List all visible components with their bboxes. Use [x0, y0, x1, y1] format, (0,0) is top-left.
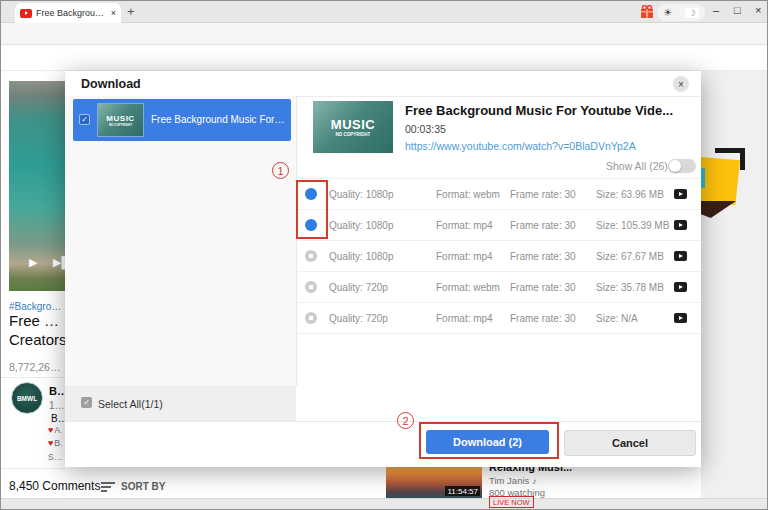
description-line: ♥ Be [48, 438, 62, 448]
radio-button[interactable] [305, 312, 317, 324]
gift-icon[interactable] [640, 5, 654, 19]
tab-close-icon[interactable]: × [111, 9, 116, 18]
theme-toggle[interactable]: ☀ ☽ [657, 4, 705, 21]
browser-toolbar: ← → ↻ ⌂ https://www.youtube.com/watch?v=… [1, 23, 768, 45]
video-list-item-selected[interactable]: ✓ MUSIC NO COPYRIGHT Free Background Mus… [73, 99, 291, 141]
view-count: 8,772,267 views [9, 361, 65, 373]
video-info-thumbnail: MUSIC NO COPYRIGHT [313, 101, 393, 153]
browser-tab[interactable]: Free Background Mus × [15, 3, 121, 23]
divider [1, 468, 65, 469]
quality-row[interactable]: Quality: 1080pFormat: webm Frame rate: 3… [296, 179, 701, 210]
quality-row[interactable]: Quality: 720pFormat: mp4 Frame rate: 30S… [296, 303, 701, 334]
video-title-line2: Creators [9, 331, 67, 348]
select-all-checkbox[interactable]: ✓ [81, 397, 92, 408]
dark-mode-icon[interactable]: ☽ [685, 8, 699, 18]
video-info-title: Free Background Music For Youtube Vide..… [405, 103, 690, 118]
cancel-button[interactable]: Cancel [564, 430, 696, 456]
live-now-badge: LIVE NOW [489, 496, 534, 508]
heart-icon: ♥ [48, 425, 53, 435]
video-duration-badge: 11:54:57 [445, 486, 480, 496]
play-icon[interactable]: ▶ [29, 256, 37, 269]
window-close-icon[interactable]: × [755, 5, 761, 16]
show-all-toggle[interactable] [668, 159, 696, 173]
video-format-icon [674, 282, 687, 292]
channel-avatar[interactable]: BMWL [11, 382, 43, 414]
annotation-rect-radios [296, 180, 328, 239]
channel-name[interactable]: Back [49, 385, 65, 397]
pencil-graphic-stripe [701, 168, 705, 188]
item-title: Free Background Music For Youtu... [151, 114, 285, 125]
annotation-step-1: 1 [272, 162, 289, 179]
item-thumbnail: MUSIC NO COPYRIGHT [97, 103, 144, 137]
radio-button[interactable] [305, 250, 317, 262]
quality-options-list: Quality: 1080pFormat: webm Frame rate: 3… [296, 178, 701, 330]
description-line: ♥ Ar [48, 425, 62, 435]
tab-title: Free Background Mus [36, 8, 107, 18]
music-note-icon: ♪ [532, 476, 537, 486]
dialog-footer: Download (2) Cancel [65, 421, 701, 467]
pencil-graphic [701, 157, 740, 205]
annotation-rect-download [419, 422, 559, 459]
video-format-icon [674, 220, 687, 230]
video-hashtag[interactable]: #BackgroundMus [9, 301, 65, 312]
video-format-icon [674, 313, 687, 323]
page-right-background [701, 71, 768, 498]
youtube-favicon [20, 9, 32, 18]
download-dialog: Download × ✓ MUSIC NO COPYRIGHT Free Bac… [65, 71, 701, 466]
divider [1, 377, 65, 378]
title-bar: Free Background Mus × + ☀ ☽ – □ × [1, 1, 768, 23]
youtube-header: YouTube HK ⋮ S [1, 45, 768, 71]
video-info-url[interactable]: https://www.youtube.com/watch?v=0BlaDVnY… [405, 140, 636, 152]
dialog-header: Download × [65, 71, 701, 97]
sort-by-button[interactable]: SORT BY [121, 481, 165, 492]
select-all-row: ✓ Select All(1/1) [65, 386, 296, 421]
video-format-icon [674, 251, 687, 261]
new-tab-icon[interactable]: + [127, 5, 135, 18]
suggested-video-channel: Tim Janis ♪ [489, 475, 537, 486]
dialog-close-icon[interactable]: × [673, 76, 689, 92]
video-info-duration: 00:03:35 [405, 123, 446, 135]
browser-window: Free Background Mus × + ☀ ☽ – □ × ← → ↻ … [0, 0, 768, 510]
quality-row[interactable]: Quality: 1080pFormat: mp4 Frame rate: 30… [296, 210, 701, 241]
video-title-line1: Free Backgro [9, 312, 65, 329]
subscriber-count: 103K [49, 400, 65, 411]
quality-row[interactable]: Quality: 1080pFormat: mp4 Frame rate: 30… [296, 241, 701, 272]
light-mode-icon[interactable]: ☀ [663, 7, 672, 18]
page-bottom-strip [1, 498, 768, 510]
radio-button[interactable] [305, 281, 317, 293]
sort-icon[interactable] [101, 480, 115, 494]
video-list-panel: ✓ MUSIC NO COPYRIGHT Free Background Mus… [65, 96, 297, 386]
show-more-link[interactable]: SHOW [48, 452, 65, 462]
annotation-step-2: 2 [397, 412, 414, 429]
maximize-icon[interactable]: □ [734, 5, 741, 16]
item-checkbox[interactable]: ✓ [79, 114, 90, 125]
minimize-icon[interactable]: – [713, 5, 719, 16]
dialog-title: Download [81, 77, 141, 91]
video-player[interactable]: ▶ ▶▌ [9, 81, 65, 291]
comments-count: 8,450 Comments [9, 479, 100, 493]
video-format-icon [674, 189, 687, 199]
heart-icon: ♥ [48, 438, 53, 448]
show-all-label: Show All (26) [606, 160, 668, 172]
description-line: Best [51, 413, 65, 424]
quality-row[interactable]: Quality: 720pFormat: webm Frame rate: 30… [296, 272, 701, 303]
select-all-label: Select All(1/1) [98, 398, 163, 410]
